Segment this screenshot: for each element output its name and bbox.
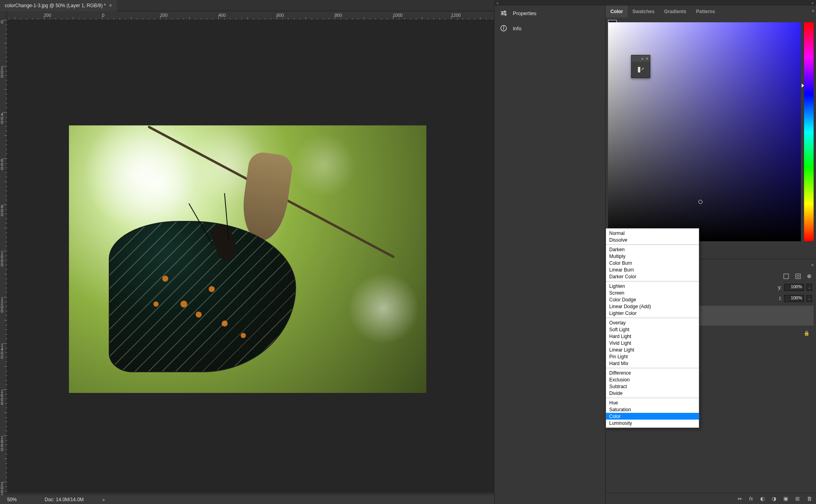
sv-cursor[interactable]: [698, 200, 702, 204]
blend-mode-option[interactable]: Vivid Light: [606, 340, 699, 346]
close-icon[interactable]: ×: [109, 3, 112, 8]
blend-mode-option[interactable]: Color Dodge: [606, 296, 699, 303]
panel-menu-icon[interactable]: ≡: [811, 263, 814, 267]
svg-point-5: [503, 27, 504, 27]
layers-bottom-toolbar: ⇔ fx ◐ ◑ ▣ ⊞ 🗑: [606, 493, 816, 504]
chevron-right-icon[interactable]: »: [641, 57, 644, 61]
blend-mode-option[interactable]: Divide: [606, 390, 699, 397]
doc-info: Doc: 14.0M/14.0M: [40, 497, 84, 502]
blend-mode-option[interactable]: Linear Light: [606, 346, 699, 353]
new-layer-icon[interactable]: ⊞: [795, 496, 800, 502]
status-more-icon[interactable]: ▸: [84, 497, 105, 502]
link-layers-icon[interactable]: ⇔: [738, 496, 742, 502]
tab-gradients[interactable]: Gradients: [659, 6, 691, 18]
blend-mode-option[interactable]: Normal: [606, 230, 699, 236]
blend-mode-option[interactable]: Lighten: [606, 283, 699, 289]
saturation-value-picker[interactable]: »×: [608, 22, 801, 241]
blend-mode-option[interactable]: Soft Light: [606, 326, 699, 333]
adjustment-icon[interactable]: ◑: [772, 496, 776, 502]
filter-toggle-dot[interactable]: [807, 274, 811, 278]
group-icon[interactable]: ▣: [783, 496, 788, 502]
delete-layer-icon[interactable]: 🗑: [807, 496, 812, 502]
color-panel-tabs: Color Swatches Gradients Patterns ≡: [606, 6, 816, 18]
blend-mode-option[interactable]: Multiply: [606, 253, 699, 260]
canvas[interactable]: [7, 20, 494, 493]
hue-cursor[interactable]: [802, 84, 804, 88]
opacity-input[interactable]: 100%: [784, 284, 804, 291]
blend-mode-option[interactable]: Hue: [606, 399, 699, 406]
blend-mode-option[interactable]: Lighter Color: [606, 310, 699, 316]
svg-rect-6: [638, 67, 640, 72]
svg-rect-8: [784, 274, 789, 279]
collapse-left-icon[interactable]: «: [496, 1, 499, 5]
svg-point-10: [797, 275, 799, 277]
document-tabs: colorChange-1-3.jpg @ 50% (Layer 1, RGB/…: [0, 0, 494, 11]
blend-mode-option[interactable]: Hard Mix: [606, 360, 699, 367]
fx-icon[interactable]: fx: [749, 496, 753, 502]
panel-label: Properties: [513, 10, 536, 16]
blend-mode-option[interactable]: Difference: [606, 369, 699, 376]
ruler-horizontal[interactable]: 4002000200400600800100012001400160018002…: [7, 11, 494, 20]
blend-mode-option[interactable]: Subtract: [606, 383, 699, 390]
lock-icon[interactable]: 🔒: [804, 330, 810, 336]
properties-panel-tab[interactable]: Properties: [494, 6, 605, 21]
panel-menu-icon[interactable]: ≡: [812, 9, 814, 13]
panel-label: Info: [513, 25, 522, 31]
tab-color[interactable]: Color: [606, 6, 628, 18]
blend-mode-option[interactable]: Darker Color: [606, 273, 699, 280]
fill-label: l:: [779, 296, 782, 301]
panel-top-bar: « »: [494, 0, 816, 6]
blend-mode-option[interactable]: Saturation: [606, 406, 699, 413]
close-icon[interactable]: ×: [646, 57, 648, 61]
blend-mode-option[interactable]: Linear Dodge (Add): [606, 303, 699, 310]
hue-slider[interactable]: [804, 22, 814, 241]
document-image[interactable]: [69, 125, 426, 393]
svg-rect-9: [796, 274, 800, 279]
blend-mode-option[interactable]: Linear Burn: [606, 266, 699, 273]
blend-mode-option[interactable]: Color Burn: [606, 260, 699, 266]
floating-tool-panel[interactable]: »×: [631, 55, 650, 78]
fill-dropdown-icon[interactable]: ⌄: [806, 295, 812, 302]
blend-mode-option[interactable]: Dissolve: [606, 236, 699, 243]
collapse-right-icon[interactable]: »: [811, 1, 814, 5]
blend-mode-option[interactable]: Pin Light: [606, 353, 699, 360]
info-panel-tab[interactable]: Info: [494, 21, 605, 36]
blend-mode-option[interactable]: Luminosity: [606, 420, 699, 426]
blend-mode-option[interactable]: Color: [606, 413, 699, 420]
fill-input[interactable]: 100%: [784, 295, 804, 302]
document-tab[interactable]: colorChange-1-3.jpg @ 50% (Layer 1, RGB/…: [0, 0, 117, 11]
mask-icon[interactable]: ◐: [760, 496, 765, 502]
blend-mode-option[interactable]: Overlay: [606, 319, 699, 326]
collapsed-panels: Properties Info: [494, 6, 606, 504]
blend-mode-option[interactable]: Hard Light: [606, 333, 699, 340]
status-bar: 50% Doc: 14.0M/14.0M ▸: [0, 495, 494, 504]
blend-mode-option[interactable]: Darken: [606, 246, 699, 253]
opacity-label: y:: [778, 285, 782, 290]
tab-patterns[interactable]: Patterns: [691, 6, 720, 18]
blend-mode-option[interactable]: Screen: [606, 289, 699, 296]
ruler-vertical[interactable]: 0200400600800100012001400160018002000: [0, 11, 7, 493]
zoom-value[interactable]: 50%: [0, 497, 40, 502]
blend-mode-dropdown[interactable]: NormalDissolveDarkenMultiplyColor BurnLi…: [606, 228, 699, 428]
blend-mode-option[interactable]: Exclusion: [606, 376, 699, 383]
tab-swatches[interactable]: Swatches: [628, 6, 659, 18]
document-tab-title: colorChange-1-3.jpg @ 50% (Layer 1, RGB/…: [5, 3, 106, 8]
info-icon: [500, 25, 507, 32]
opacity-dropdown-icon[interactable]: ⌄: [806, 284, 812, 291]
color-sampler-icon[interactable]: [632, 62, 650, 78]
sliders-icon: [500, 10, 507, 17]
